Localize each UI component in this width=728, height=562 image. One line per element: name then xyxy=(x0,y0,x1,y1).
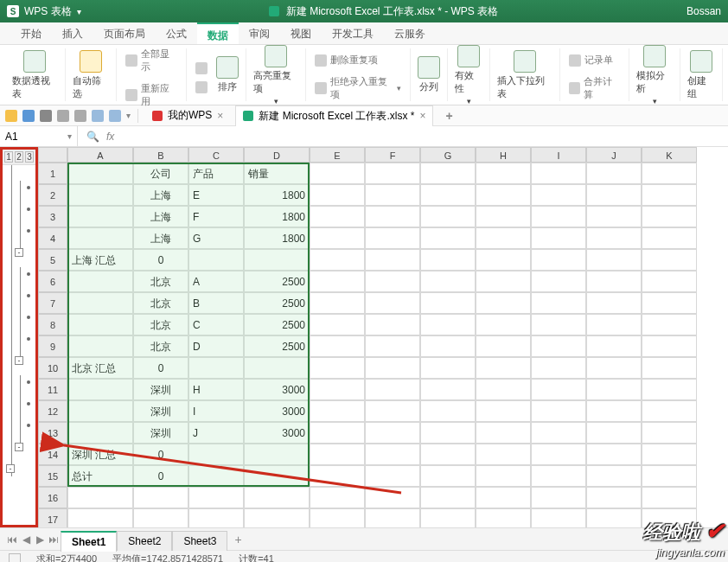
cell[interactable] xyxy=(67,487,133,508)
cell[interactable] xyxy=(133,508,188,527)
cell[interactable] xyxy=(310,357,365,379)
row-header[interactable]: 4 xyxy=(38,227,67,249)
cell[interactable] xyxy=(67,314,133,335)
cell[interactable] xyxy=(476,227,531,249)
col-header[interactable]: H xyxy=(476,147,531,163)
cell[interactable] xyxy=(586,163,642,184)
cell[interactable] xyxy=(365,292,420,314)
cell[interactable] xyxy=(310,163,365,184)
cell[interactable] xyxy=(642,184,697,206)
cell[interactable]: 公司 xyxy=(133,163,188,184)
cell[interactable]: 0 xyxy=(133,357,188,379)
cell[interactable]: 1800 xyxy=(244,206,310,227)
cell[interactable] xyxy=(642,487,697,508)
cell[interactable] xyxy=(586,508,642,527)
col-header[interactable]: A xyxy=(67,147,133,163)
cell[interactable] xyxy=(476,163,531,184)
cell[interactable] xyxy=(365,379,420,400)
cell[interactable] xyxy=(420,444,476,465)
row-header[interactable]: 11 xyxy=(38,379,67,400)
cell[interactable] xyxy=(531,163,586,184)
cell[interactable] xyxy=(310,508,365,527)
row-header[interactable]: 1 xyxy=(38,163,67,184)
cell[interactable] xyxy=(188,508,244,527)
row-header[interactable]: 2 xyxy=(38,184,67,206)
cell[interactable] xyxy=(365,400,420,422)
undo-icon[interactable] xyxy=(92,110,104,122)
col-header[interactable]: I xyxy=(531,147,586,163)
cell[interactable] xyxy=(642,314,697,335)
cell[interactable] xyxy=(365,444,420,465)
cell[interactable]: 上海 xyxy=(133,184,188,206)
cell[interactable] xyxy=(476,249,531,271)
cell[interactable]: A xyxy=(188,271,244,292)
cell[interactable] xyxy=(365,508,420,527)
row-header[interactable]: 6 xyxy=(38,271,67,292)
sheet-nav-last-icon[interactable]: ⏭ xyxy=(47,533,61,546)
cell[interactable]: 2500 xyxy=(244,292,310,314)
text-to-columns-button[interactable]: 分列 xyxy=(416,54,442,95)
col-header[interactable]: K xyxy=(642,147,697,163)
row-header[interactable]: 10 xyxy=(38,357,67,379)
cell[interactable] xyxy=(420,163,476,184)
cell[interactable] xyxy=(420,227,476,249)
cell[interactable] xyxy=(531,444,586,465)
row-header[interactable]: 12 xyxy=(38,400,67,422)
cell[interactable] xyxy=(420,422,476,444)
cell[interactable] xyxy=(420,508,476,527)
cell[interactable] xyxy=(67,400,133,422)
cell[interactable] xyxy=(642,422,697,444)
cell[interactable] xyxy=(420,184,476,206)
consolidate-button[interactable]: 合并计算 xyxy=(565,73,623,103)
cell[interactable]: 3000 xyxy=(244,400,310,422)
cell[interactable] xyxy=(365,314,420,335)
cell[interactable]: 深圳 xyxy=(133,400,188,422)
cell[interactable]: 产品 xyxy=(188,163,244,184)
row-header[interactable]: 15 xyxy=(38,465,67,487)
cell[interactable] xyxy=(531,227,586,249)
cell[interactable] xyxy=(420,487,476,508)
cell[interactable] xyxy=(420,400,476,422)
qat-icon[interactable] xyxy=(74,110,86,122)
cell[interactable] xyxy=(586,335,642,357)
cell[interactable] xyxy=(476,400,531,422)
cell[interactable]: 1800 xyxy=(244,227,310,249)
cell[interactable] xyxy=(365,249,420,271)
cell[interactable] xyxy=(642,163,697,184)
cell[interactable] xyxy=(476,465,531,487)
cell[interactable] xyxy=(642,444,697,465)
cell[interactable]: 北京 xyxy=(133,271,188,292)
cell[interactable] xyxy=(586,465,642,487)
cell[interactable] xyxy=(244,249,310,271)
cell[interactable] xyxy=(310,487,365,508)
cell[interactable] xyxy=(586,184,642,206)
menu-tab-cloud[interactable]: 云服务 xyxy=(384,22,436,44)
cell[interactable] xyxy=(476,357,531,379)
cell[interactable] xyxy=(642,400,697,422)
cell[interactable]: 北京 xyxy=(133,292,188,314)
cell[interactable] xyxy=(310,400,365,422)
cell[interactable] xyxy=(642,271,697,292)
cell[interactable] xyxy=(531,335,586,357)
cell[interactable] xyxy=(188,357,244,379)
cell[interactable]: 3000 xyxy=(244,379,310,400)
cell[interactable] xyxy=(310,422,365,444)
cell[interactable] xyxy=(310,206,365,227)
cell[interactable] xyxy=(586,206,642,227)
cell[interactable] xyxy=(310,227,365,249)
spreadsheet-grid[interactable]: A B C D E F G H I J K 公司产品销量上海E1800上海F18… xyxy=(38,147,728,527)
cell[interactable] xyxy=(476,422,531,444)
cell[interactable]: 北京 xyxy=(133,314,188,335)
cell[interactable] xyxy=(642,292,697,314)
cell[interactable] xyxy=(586,400,642,422)
save-icon[interactable] xyxy=(22,110,35,122)
cell[interactable] xyxy=(420,465,476,487)
menu-tab-formula[interactable]: 公式 xyxy=(156,22,197,44)
cell[interactable]: D xyxy=(188,335,244,357)
cell[interactable]: 2500 xyxy=(244,314,310,335)
cell[interactable]: I xyxy=(188,400,244,422)
cell[interactable]: 0 xyxy=(133,444,188,465)
col-header[interactable]: D xyxy=(244,147,310,163)
cell[interactable]: 北京 xyxy=(133,335,188,357)
cell[interactable] xyxy=(642,465,697,487)
